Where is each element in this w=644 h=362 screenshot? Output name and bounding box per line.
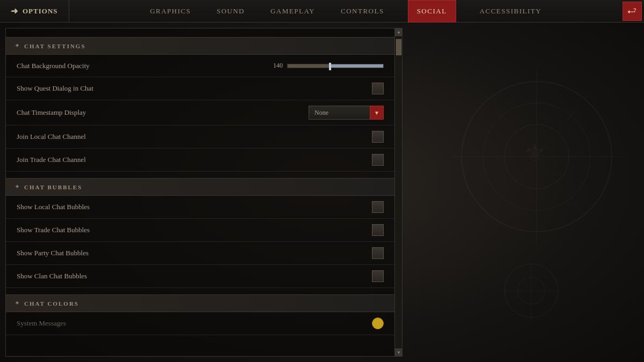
system-messages-color[interactable] [372,317,384,329]
join-trade-label: Join Trade Chat Channel [17,156,86,164]
scroll-thumb[interactable] [396,39,401,55]
close-icon: ⮐ [627,5,637,17]
tab-accessibility[interactable]: ACCESSIBILITY [478,0,544,23]
join-local-checkbox[interactable] [372,131,384,143]
chat-timestamp-dropdown-arrow[interactable]: ▼ [370,106,384,120]
show-quest-dialog-row: Show Quest Dialog in Chat [6,77,394,100]
tab-gameplay[interactable]: GAMEPLAY [268,0,317,23]
show-quest-dialog-checkbox[interactable] [372,83,384,94]
chat-settings-title: CHAT SETTINGS [24,43,86,49]
chat-bubbles-title: CHAT BUBBLES [24,184,82,190]
join-trade-checkbox[interactable] [372,154,384,166]
settings-panel: ▲ ▼ ✦ CHAT SETTINGS Chat Background Opac… [0,23,408,362]
scroll-track: ▲ ▼ [394,28,402,356]
trade-bubbles-label: Show Trade Chat Bubbles [17,226,90,234]
local-bubbles-checkbox[interactable] [372,201,384,213]
options-button[interactable]: ➜ OPTIONS [0,0,69,22]
local-bubbles-row: Show Local Chat Bubbles [6,196,394,219]
chat-bg-opacity-control: 140 [267,62,384,70]
show-quest-dialog-label: Show Quest Dialog in Chat [17,84,93,93]
scroll-down-button[interactable]: ▼ [395,349,402,356]
scroll-up-button[interactable]: ▲ [395,28,402,36]
join-trade-row: Join Trade Chat Channel [6,149,394,172]
trade-bubbles-row: Show Trade Chat Bubbles [6,219,394,242]
topbar: ➜ OPTIONS GRAPHICS SOUND GAMEPLAY CONTRO… [0,0,644,23]
chat-timestamp-dropdown: None ▼ [309,106,384,120]
chat-timestamp-label: Chat Timestamp Display [17,108,86,117]
clan-bubbles-label: Show Clan Chat Bubbles [17,272,87,280]
trade-bubbles-checkbox[interactable] [372,224,384,236]
chat-colors-title: CHAT COLORS [24,300,79,307]
party-bubbles-label: Show Party Chat Bubbles [17,249,89,257]
join-local-row: Join Local Chat Channel [6,125,394,149]
join-local-label: Join Local Chat Channel [17,132,86,141]
tab-controls[interactable]: CONTROLS [339,0,386,23]
party-bubbles-row: Show Party Chat Bubbles [6,242,394,265]
close-button[interactable]: ⮐ [623,2,642,21]
tab-social[interactable]: SOCIAL [408,0,456,23]
slider-thumb [329,63,331,70]
panel-inner: ▲ ▼ ✦ CHAT SETTINGS Chat Background Opac… [5,28,402,357]
chat-timestamp-row: Chat Timestamp Display None ▼ [6,100,394,125]
section-deco-icon-3: ✦ [14,299,20,307]
options-label: OPTIONS [23,7,58,16]
party-bubbles-checkbox[interactable] [372,247,384,259]
section-deco-icon: ✦ [14,42,20,50]
slider-fill-left [288,64,331,68]
chat-bg-opacity-row: Chat Background Opacity 140 [6,55,394,77]
slider-fill-right [331,64,383,68]
system-messages-label: System Messages [17,319,66,328]
chat-bg-opacity-value: 140 [267,62,283,70]
chat-bubbles-header: ✦ CHAT BUBBLES [6,178,394,196]
chat-settings-header: ✦ CHAT SETTINGS [6,37,394,55]
tab-graphics[interactable]: GRAPHICS [148,0,193,23]
options-arrow-icon: ➜ [11,6,18,16]
clan-bubbles-checkbox[interactable] [372,270,384,282]
content-scroll: ✦ CHAT SETTINGS Chat Background Opacity … [6,28,402,356]
local-bubbles-label: Show Local Chat Bubbles [17,203,90,211]
main-content: ▲ ▼ ✦ CHAT SETTINGS Chat Background Opac… [0,23,644,362]
section-deco-icon-2: ✦ [14,183,20,191]
system-messages-row: System Messages [6,312,394,335]
clan-bubbles-row: Show Clan Chat Bubbles [6,265,394,288]
chat-timestamp-value[interactable]: None [309,106,370,120]
tab-sound[interactable]: SOUND [215,0,247,23]
nav-menu: GRAPHICS SOUND GAMEPLAY CONTROLS SOCIAL … [69,0,623,23]
chat-bg-opacity-slider[interactable] [287,64,384,68]
chat-colors-header: ✦ CHAT COLORS [6,294,394,312]
chat-bg-opacity-label: Chat Background Opacity [17,62,90,70]
